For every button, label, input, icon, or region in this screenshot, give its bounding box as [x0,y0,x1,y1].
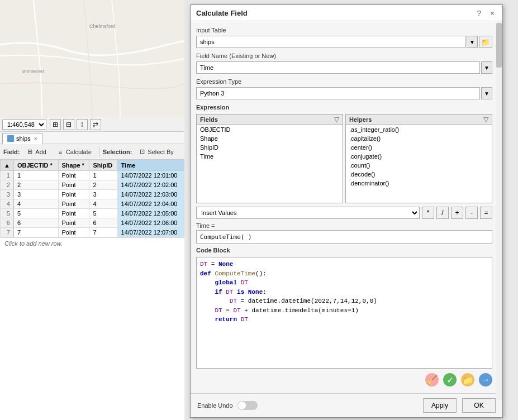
table-row[interactable]: 3 3 Point 3 14/07/2022 12:03:00 [1,190,184,199]
col-objectid[interactable]: OBJECTID * [13,160,58,171]
op-divide[interactable]: / [436,207,449,219]
code-editor[interactable]: DT = Nonedef ComputeTime(): global DT if… [196,257,492,369]
fields-list[interactable]: OBJECTIDShapeShipIDTime [196,125,343,203]
help-button[interactable]: ? [474,8,483,17]
row-num: 3 [1,190,14,199]
attribute-toolbar: Field: ⊞ Add ≡ Calculate Selection: ⊡ Se… [0,144,184,160]
field-name-select[interactable]: Time [196,61,480,74]
insert-values-select[interactable]: Insert Values [196,207,420,219]
input-table-select[interactable]: ships [196,36,465,48]
attribute-table[interactable]: ▲ OBJECTID * Shape * ShipID Time 1 1 Poi… [0,160,184,420]
row-num: 1 [1,171,14,180]
dialog-body: Input Table ships ▼ 📁 Field Name (Existi… [191,21,502,393]
svg-text:Chelmsford: Chelmsford [89,23,115,29]
expression-eq-label: Time = [196,222,492,229]
expression-type-row: Python 3 ▼ [196,87,492,99]
check-button[interactable]: ✓ [443,373,457,386]
op-subtract[interactable]: - [465,207,478,219]
zoom-table-btn[interactable]: ⊟ [63,119,74,130]
expression-type-arrow[interactable]: ▼ [481,87,492,99]
ships-tab-close[interactable]: × [34,136,37,142]
op-multiply[interactable]: * [422,207,434,219]
helpers-list-item[interactable]: .denominator() [346,179,492,188]
close-button[interactable]: × [488,8,497,17]
fields-filter-icon[interactable]: ▽ [334,116,339,123]
expression-input-row: Time = [196,222,492,244]
helpers-list-item[interactable]: .capitalize() [346,134,492,143]
cell-time: 14/07/2022 12:04:00 [117,199,184,209]
run-button[interactable]: → [479,373,492,386]
col-time[interactable]: Time [117,160,184,171]
cell-shape: Point [58,228,89,237]
toggle-thumb [238,402,246,409]
data-table: ▲ OBJECTID * Shape * ShipID Time 1 1 Poi… [0,160,184,237]
helpers-list[interactable]: .as_integer_ratio().capitalize().center(… [345,125,492,203]
select-by-button[interactable]: ⊡ Select By [134,146,177,157]
enable-undo-toggle[interactable] [237,401,258,410]
helpers-list-item[interactable]: .as_integer_ratio() [346,125,492,134]
table-row[interactable]: 1 1 Point 1 14/07/2022 12:01:00 [1,171,184,180]
row-num: 2 [1,180,14,190]
fields-list-item[interactable]: OBJECTID [197,125,343,134]
table-row[interactable]: 4 4 Point 4 14/07/2022 12:04:00 [1,199,184,209]
table-row[interactable]: 5 5 Point 5 14/07/2022 12:05:00 [1,209,184,218]
cell-objectid: 1 [13,171,58,180]
cell-objectid: 5 [13,209,58,218]
helpers-list-item[interactable]: .decode() [346,170,492,179]
ships-tab-bar: ships × [0,132,184,144]
zoom-grid-btn[interactable]: ⊞ [50,119,61,130]
fields-list-item[interactable]: Time [197,152,343,161]
calculate-button[interactable]: ≡ Calculate [53,146,96,157]
helpers-header: Helpers ▽ [345,114,492,125]
field-name-arrow[interactable]: ▼ [481,61,492,74]
expression-type-label: Expression Type [196,78,492,85]
code-editor-container: DT = Nonedef ComputeTime(): global DT if… [196,257,492,369]
selection-label: Selection: [103,149,132,155]
helpers-panel: Helpers ▽ .as_integer_ratio().capitalize… [345,114,492,203]
row-num: 4 [1,199,14,209]
zoom-bar: 1:460,548 ⊞ ⊟ ⁞ ⇄ [0,117,184,132]
zoom-points-btn[interactable]: ⁞ [77,119,88,130]
expression-input[interactable] [196,230,492,244]
fields-list-item[interactable]: Shape [197,134,343,143]
helpers-list-item[interactable]: .center() [346,143,492,152]
helpers-filter-icon[interactable]: ▽ [483,116,488,123]
field-name-row: Time ▼ [196,61,492,74]
table-row[interactable]: 2 2 Point 2 14/07/2022 12:02:00 [1,180,184,190]
row-num: 5 [1,209,14,218]
op-equals[interactable]: = [480,207,492,219]
row-num: 7 [1,228,14,237]
ok-button[interactable]: OK [462,398,496,413]
ships-tab-icon [7,135,14,142]
cell-shape: Point [58,171,89,180]
fields-helpers-row: Fields ▽ OBJECTIDShapeShipIDTime Helpers… [196,114,492,203]
table-row[interactable]: 7 7 Point 7 14/07/2022 12:07:00 [1,228,184,237]
fields-list-item[interactable]: ShipID [197,143,343,152]
footer-left: Enable Undo [197,401,258,410]
cell-shipid: 4 [89,199,117,209]
dialog-title: Calculate Field [196,9,248,17]
col-shape[interactable]: Shape * [58,160,89,171]
apply-button[interactable]: Apply [423,398,457,413]
ships-tab[interactable]: ships × [2,133,42,144]
svg-text:Brentwood: Brentwood [22,69,44,74]
dialog-scrollbar[interactable] [496,22,502,400]
op-add[interactable]: + [451,207,463,219]
table-row[interactable]: 6 6 Point 6 14/07/2022 12:06:00 [1,218,184,228]
row-num: 6 [1,218,14,228]
cell-objectid: 4 [13,199,58,209]
folder-button[interactable]: 📁 [461,373,474,386]
zoom-select[interactable]: 1:460,548 [2,120,46,130]
cell-objectid: 3 [13,190,58,199]
eraser-button[interactable]: 🧹 [425,373,439,386]
input-table-label: Input Table [196,27,492,34]
input-table-folder-btn[interactable]: 📁 [479,36,492,48]
zoom-navigate-btn[interactable]: ⇄ [90,119,101,130]
expression-type-select[interactable]: Python 3 [196,87,480,99]
helpers-list-item[interactable]: .conjugate() [346,152,492,161]
add-button[interactable]: ⊞ Add [22,146,50,157]
helpers-list-item[interactable]: .count() [346,161,492,170]
col-shipid[interactable]: ShipID [89,160,117,171]
input-table-arrow[interactable]: ▼ [467,36,478,48]
map-canvas[interactable]: Chelmsford Brentwood [0,0,184,117]
